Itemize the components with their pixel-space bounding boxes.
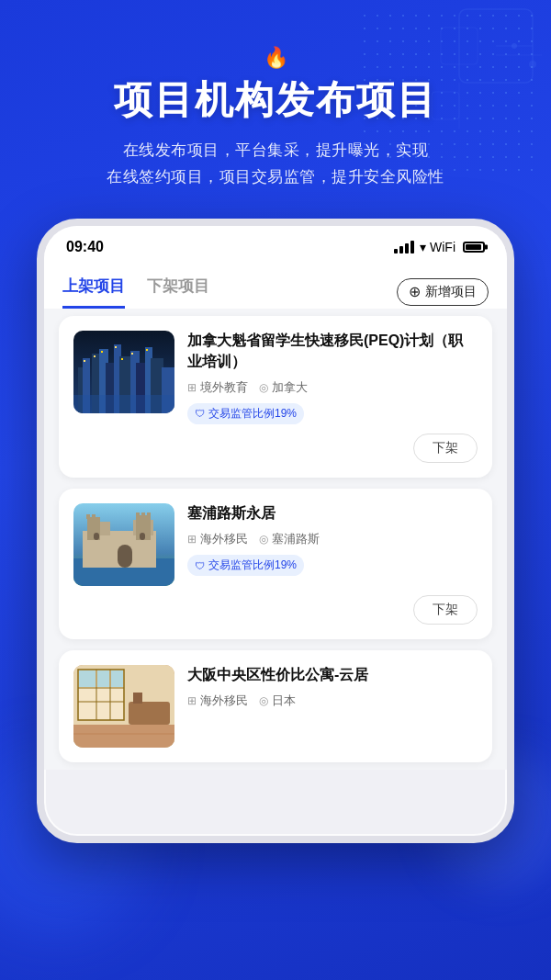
location-icon-1: ◎ (259, 381, 268, 394)
grid-icon-1: ⊞ (187, 381, 197, 394)
card-meta-2: ⊞ 海外移民 ◎ 塞浦路斯 (187, 531, 478, 547)
svg-rect-27 (146, 349, 148, 351)
location-icon-2: ◎ (259, 533, 268, 546)
delist-button-2[interactable]: 下架 (413, 595, 478, 625)
svg-rect-39 (141, 513, 145, 517)
subtitle-line1: 在线发布项目，平台集采，提升曝光，实现 (123, 141, 429, 159)
svg-rect-22 (94, 355, 96, 357)
svg-rect-38 (136, 513, 140, 517)
phone-mockup: 09:40 ▾ WiFi 上架项目 下架项目 (37, 219, 514, 843)
svg-rect-57 (133, 693, 142, 704)
status-time: 09:40 (66, 239, 104, 255)
svg-rect-36 (86, 514, 90, 519)
flame-icon: 🔥 (264, 46, 288, 70)
trade-badge-2: 🛡 交易监管比例19% (187, 555, 304, 576)
svg-rect-43 (140, 533, 145, 540)
card-info-1: 加拿大魁省留学生快速移民(PEQ)计划（职业培训） ⊞ 境外教育 ◎ 加拿大 (187, 331, 478, 424)
sub-title: 在线发布项目，平台集采，提升曝光，实现 在线签约项目，项目交易监管，提升安全风险… (37, 138, 514, 191)
project-image-3 (73, 665, 174, 748)
card-title-2: 塞浦路斯永居 (187, 503, 478, 524)
status-bar: 09:40 ▾ WiFi (44, 226, 507, 263)
card-info-2: 塞浦路斯永居 ⊞ 海外移民 ◎ 塞浦路斯 (187, 503, 478, 586)
page-wrapper: 🔥 项目机构发布项目 在线发布项目，平台集采，提升曝光，实现 在线签约项目，项目… (0, 0, 551, 980)
add-btn-label: 新增项目 (425, 284, 477, 300)
card-info-3: 大阪中央区性价比公寓-云居 ⊞ 海外移民 ◎ 日本 (187, 665, 478, 748)
trade-badge-1: 🛡 交易监管比例19% (187, 403, 304, 424)
location-1: ◎ 加拿大 (259, 379, 308, 396)
category-3: ⊞ 海外移民 (187, 693, 248, 709)
project-list: 加拿大魁省留学生快速移民(PEQ)计划（职业培训） ⊞ 境外教育 ◎ 加拿大 (44, 309, 507, 770)
svg-rect-26 (131, 353, 133, 355)
location-3: ◎ 日本 (259, 693, 296, 709)
add-project-button[interactable]: ⊕ 新增项目 (397, 278, 489, 306)
svg-rect-37 (92, 514, 96, 519)
shield-icon-2: 🛡 (195, 560, 205, 571)
card-bottom-2: 下架 (73, 595, 478, 625)
svg-rect-24 (115, 346, 117, 348)
header-section: 🔥 项目机构发布项目 在线发布项目，平台集采，提升曝光，实现 在线签约项目，项目… (0, 0, 551, 219)
card-top-3: 大阪中央区性价比公寓-云居 ⊞ 海外移民 ◎ 日本 (73, 665, 478, 748)
signal-icon (394, 241, 414, 253)
card-top: 加拿大魁省留学生快速移民(PEQ)计划（职业培训） ⊞ 境外教育 ◎ 加拿大 (73, 331, 478, 424)
svg-rect-41 (118, 545, 132, 568)
card-meta-3: ⊞ 海外移民 ◎ 日本 (187, 693, 478, 709)
svg-rect-40 (147, 513, 151, 517)
main-title: 项目机构发布项目 (37, 77, 514, 123)
card-title-3: 大阪中央区性价比公寓-云居 (187, 665, 478, 685)
svg-rect-55 (73, 725, 174, 748)
project-card-3: 大阪中央区性价比公寓-云居 ⊞ 海外移民 ◎ 日本 (59, 650, 492, 762)
wifi-icon: ▾ WiFi (420, 240, 455, 254)
svg-rect-53 (97, 670, 109, 687)
card-top-2: 塞浦路斯永居 ⊞ 海外移民 ◎ 塞浦路斯 (73, 503, 478, 586)
svg-rect-42 (94, 533, 99, 540)
category-2: ⊞ 海外移民 (187, 531, 248, 547)
battery-icon (463, 242, 485, 253)
tabs-left: 上架项目 下架项目 (62, 276, 209, 309)
project-card-2: 塞浦路斯永居 ⊞ 海外移民 ◎ 塞浦路斯 (59, 489, 492, 639)
project-card: 加拿大魁省留学生快速移民(PEQ)计划（职业培训） ⊞ 境外教育 ◎ 加拿大 (59, 316, 492, 478)
tab-listed[interactable]: 上架项目 (62, 276, 125, 309)
svg-rect-23 (101, 351, 103, 353)
project-image-1 (73, 331, 174, 413)
card-title-1: 加拿大魁省留学生快速移民(PEQ)计划（职业培训） (187, 331, 478, 372)
svg-rect-28 (73, 395, 174, 413)
svg-rect-56 (129, 702, 170, 725)
plus-icon: ⊕ (409, 285, 421, 299)
shield-icon-1: 🛡 (195, 408, 205, 419)
status-icons: ▾ WiFi (394, 240, 485, 254)
svg-rect-54 (111, 670, 123, 687)
tab-delisted[interactable]: 下架项目 (147, 276, 209, 309)
category-1: ⊞ 境外教育 (187, 379, 248, 396)
card-bottom-1: 下架 (73, 434, 478, 463)
grid-icon-3: ⊞ (187, 694, 197, 707)
delist-button-1[interactable]: 下架 (413, 434, 478, 463)
card-meta-1: ⊞ 境外教育 ◎ 加拿大 (187, 379, 478, 396)
app-content: 上架项目 下架项目 ⊕ 新增项目 (44, 263, 507, 770)
grid-icon-2: ⊞ (187, 533, 197, 546)
svg-rect-52 (79, 670, 96, 687)
svg-rect-25 (121, 358, 123, 360)
svg-rect-21 (84, 360, 85, 362)
project-image-2 (73, 503, 174, 586)
tabs-bar: 上架项目 下架项目 ⊕ 新增项目 (44, 263, 507, 309)
location-2: ◎ 塞浦路斯 (259, 531, 320, 547)
location-icon-3: ◎ (259, 694, 268, 707)
subtitle-line2: 在线签约项目，项目交易监管，提升安全风险性 (107, 168, 444, 186)
